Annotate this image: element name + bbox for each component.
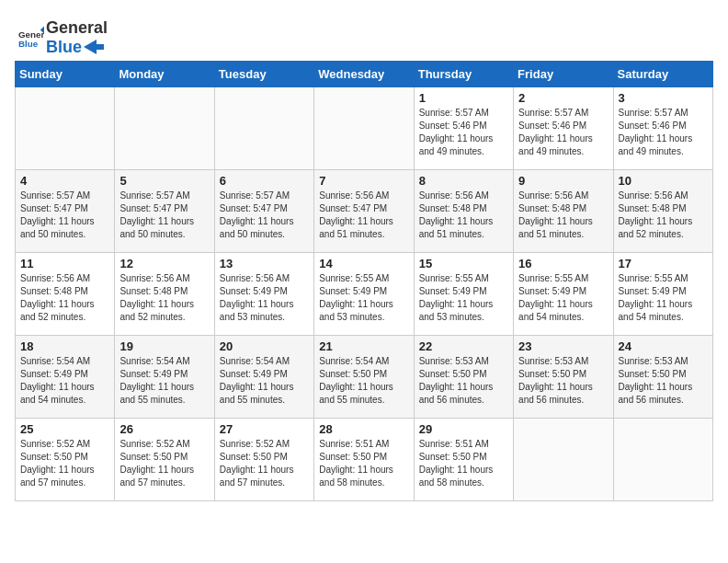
day-info: Sunrise: 5:57 AMSunset: 5:47 PMDaylight:… xyxy=(119,190,209,241)
weekday-header-friday: Friday xyxy=(514,62,613,87)
day-info: Sunrise: 5:53 AMSunset: 5:50 PMDaylight:… xyxy=(619,355,708,407)
day-number: 8 xyxy=(419,174,508,188)
day-number: 24 xyxy=(619,339,708,353)
day-number: 23 xyxy=(518,339,608,353)
calendar-cell: 26Sunrise: 5:52 AMSunset: 5:50 PMDayligh… xyxy=(115,419,214,501)
day-number: 14 xyxy=(319,257,408,270)
calendar-cell: 5Sunrise: 5:57 AMSunset: 5:47 PMDaylight… xyxy=(115,170,214,253)
day-number: 27 xyxy=(220,422,309,436)
day-info: Sunrise: 5:52 AMSunset: 5:50 PMDaylight:… xyxy=(119,438,209,489)
day-info: Sunrise: 5:57 AMSunset: 5:46 PMDaylight:… xyxy=(419,107,508,158)
day-info: Sunrise: 5:54 AMSunset: 5:49 PMDaylight:… xyxy=(220,355,309,407)
day-info: Sunrise: 5:56 AMSunset: 5:48 PMDaylight:… xyxy=(518,190,608,241)
weekday-header-saturday: Saturday xyxy=(613,62,712,87)
calendar-week-1: 1Sunrise: 5:57 AMSunset: 5:46 PMDaylight… xyxy=(16,87,713,170)
calendar-body: 1Sunrise: 5:57 AMSunset: 5:46 PMDaylight… xyxy=(16,87,713,501)
calendar-cell xyxy=(613,419,712,501)
day-info: Sunrise: 5:56 AMSunset: 5:49 PMDaylight:… xyxy=(220,272,309,324)
day-number: 2 xyxy=(518,91,608,105)
calendar-cell xyxy=(115,87,214,170)
day-info: Sunrise: 5:55 AMSunset: 5:49 PMDaylight:… xyxy=(319,272,408,324)
calendar-cell: 25Sunrise: 5:52 AMSunset: 5:50 PMDayligh… xyxy=(16,419,115,501)
day-number: 5 xyxy=(119,174,209,188)
calendar-cell: 16Sunrise: 5:55 AMSunset: 5:49 PMDayligh… xyxy=(514,253,613,336)
calendar-cell: 21Sunrise: 5:54 AMSunset: 5:50 PMDayligh… xyxy=(314,336,414,419)
calendar-cell xyxy=(214,87,313,170)
calendar-cell: 4Sunrise: 5:57 AMSunset: 5:47 PMDaylight… xyxy=(16,170,115,253)
weekday-header-tuesday: Tuesday xyxy=(214,62,313,87)
weekday-header-row: SundayMondayTuesdayWednesdayThursdayFrid… xyxy=(16,62,713,87)
calendar-cell: 2Sunrise: 5:57 AMSunset: 5:46 PMDaylight… xyxy=(514,87,613,170)
day-number: 4 xyxy=(20,174,109,188)
day-info: Sunrise: 5:57 AMSunset: 5:46 PMDaylight:… xyxy=(619,107,708,158)
day-number: 26 xyxy=(119,422,209,436)
calendar-cell: 8Sunrise: 5:56 AMSunset: 5:48 PMDaylight… xyxy=(414,170,513,253)
calendar-cell: 29Sunrise: 5:51 AMSunset: 5:50 PMDayligh… xyxy=(414,419,513,501)
calendar-cell: 27Sunrise: 5:52 AMSunset: 5:50 PMDayligh… xyxy=(214,419,313,501)
calendar-cell: 13Sunrise: 5:56 AMSunset: 5:49 PMDayligh… xyxy=(214,253,313,336)
day-number: 3 xyxy=(619,91,708,105)
day-number: 22 xyxy=(419,339,508,353)
logo-icon: General Blue xyxy=(18,25,44,51)
logo: General Blue General Blue xyxy=(18,18,108,56)
weekday-header-wednesday: Wednesday xyxy=(314,62,414,87)
calendar-cell: 1Sunrise: 5:57 AMSunset: 5:46 PMDaylight… xyxy=(414,87,513,170)
weekday-header-sunday: Sunday xyxy=(16,62,115,87)
day-info: Sunrise: 5:52 AMSunset: 5:50 PMDaylight:… xyxy=(20,438,109,489)
calendar-cell: 19Sunrise: 5:54 AMSunset: 5:49 PMDayligh… xyxy=(115,336,214,419)
calendar-cell xyxy=(314,87,414,170)
day-number: 15 xyxy=(419,257,508,270)
day-info: Sunrise: 5:56 AMSunset: 5:48 PMDaylight:… xyxy=(20,272,109,324)
day-info: Sunrise: 5:54 AMSunset: 5:49 PMDaylight:… xyxy=(20,355,109,407)
calendar-week-3: 11Sunrise: 5:56 AMSunset: 5:48 PMDayligh… xyxy=(16,253,713,336)
day-number: 17 xyxy=(619,257,708,270)
day-number: 18 xyxy=(20,339,109,353)
calendar-cell: 23Sunrise: 5:53 AMSunset: 5:50 PMDayligh… xyxy=(514,336,613,419)
day-info: Sunrise: 5:55 AMSunset: 5:49 PMDaylight:… xyxy=(619,272,708,324)
calendar-cell xyxy=(514,419,613,501)
day-number: 25 xyxy=(20,422,109,436)
calendar-cell: 22Sunrise: 5:53 AMSunset: 5:50 PMDayligh… xyxy=(414,336,513,419)
day-number: 13 xyxy=(220,257,309,270)
calendar-table: SundayMondayTuesdayWednesdayThursdayFrid… xyxy=(15,61,713,501)
calendar-cell: 20Sunrise: 5:54 AMSunset: 5:49 PMDayligh… xyxy=(214,336,313,419)
weekday-header-monday: Monday xyxy=(115,62,214,87)
day-info: Sunrise: 5:55 AMSunset: 5:49 PMDaylight:… xyxy=(518,272,608,324)
day-number: 12 xyxy=(119,257,209,270)
day-info: Sunrise: 5:53 AMSunset: 5:50 PMDaylight:… xyxy=(518,355,608,407)
weekday-header-thursday: Thursday xyxy=(414,62,513,87)
day-info: Sunrise: 5:56 AMSunset: 5:48 PMDaylight:… xyxy=(419,190,508,241)
day-number: 28 xyxy=(319,422,408,436)
day-info: Sunrise: 5:54 AMSunset: 5:49 PMDaylight:… xyxy=(119,355,209,407)
calendar-cell: 6Sunrise: 5:57 AMSunset: 5:47 PMDaylight… xyxy=(214,170,313,253)
day-number: 7 xyxy=(319,174,408,188)
day-number: 21 xyxy=(319,339,408,353)
day-number: 16 xyxy=(518,257,608,270)
day-info: Sunrise: 5:57 AMSunset: 5:47 PMDaylight:… xyxy=(20,190,109,241)
logo-arrow xyxy=(84,40,104,54)
day-number: 19 xyxy=(119,339,209,353)
day-info: Sunrise: 5:56 AMSunset: 5:47 PMDaylight:… xyxy=(319,190,408,241)
day-info: Sunrise: 5:56 AMSunset: 5:48 PMDaylight:… xyxy=(119,272,209,324)
page-header: General Blue General Blue xyxy=(9,9,719,61)
svg-marker-3 xyxy=(84,40,104,54)
day-number: 20 xyxy=(220,339,309,353)
calendar-cell: 24Sunrise: 5:53 AMSunset: 5:50 PMDayligh… xyxy=(613,336,712,419)
calendar-cell: 15Sunrise: 5:55 AMSunset: 5:49 PMDayligh… xyxy=(414,253,513,336)
calendar-cell: 18Sunrise: 5:54 AMSunset: 5:49 PMDayligh… xyxy=(16,336,115,419)
day-number: 10 xyxy=(619,174,708,188)
day-info: Sunrise: 5:57 AMSunset: 5:46 PMDaylight:… xyxy=(518,107,608,158)
svg-text:Blue: Blue xyxy=(18,38,39,48)
calendar-week-5: 25Sunrise: 5:52 AMSunset: 5:50 PMDayligh… xyxy=(16,419,713,501)
calendar-cell: 9Sunrise: 5:56 AMSunset: 5:48 PMDaylight… xyxy=(514,170,613,253)
calendar-week-2: 4Sunrise: 5:57 AMSunset: 5:47 PMDaylight… xyxy=(16,170,713,253)
calendar-cell xyxy=(16,87,115,170)
day-number: 29 xyxy=(419,422,508,436)
logo-blue: Blue xyxy=(46,38,108,57)
calendar-week-4: 18Sunrise: 5:54 AMSunset: 5:49 PMDayligh… xyxy=(16,336,713,419)
calendar-cell: 28Sunrise: 5:51 AMSunset: 5:50 PMDayligh… xyxy=(314,419,414,501)
day-info: Sunrise: 5:51 AMSunset: 5:50 PMDaylight:… xyxy=(319,438,408,489)
day-number: 6 xyxy=(220,174,309,188)
calendar-cell: 3Sunrise: 5:57 AMSunset: 5:46 PMDaylight… xyxy=(613,87,712,170)
calendar-cell: 11Sunrise: 5:56 AMSunset: 5:48 PMDayligh… xyxy=(16,253,115,336)
